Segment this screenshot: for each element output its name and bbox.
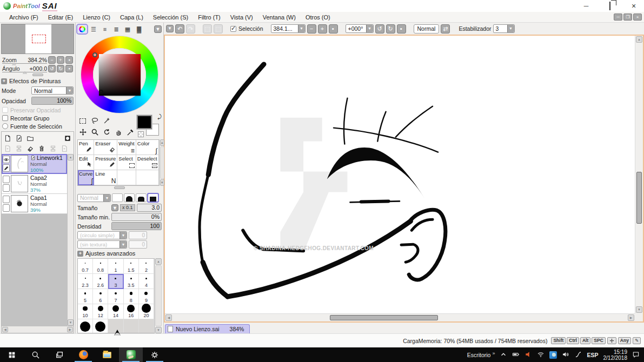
- new-folder-button[interactable]: [25, 133, 35, 143]
- navigator-preview[interactable]: [1, 24, 74, 54]
- tool-grid-scrollbar[interactable]: ▲ ▼: [160, 139, 164, 186]
- zoom-out-button[interactable]: −: [307, 24, 316, 33]
- file-explorer-button[interactable]: [95, 347, 119, 362]
- tool-deselect[interactable]: Deselect: [136, 155, 159, 170]
- navigator-collapse-handle[interactable]: [1, 73, 74, 77]
- wifi-tray-icon[interactable]: [537, 351, 545, 359]
- brush-size-2.3[interactable]: 2.3: [78, 274, 93, 289]
- clock[interactable]: 15:19 2/12/2018: [603, 349, 628, 361]
- menu-item-editar[interactable]: Editar (E): [43, 14, 78, 21]
- scroll-down-icon[interactable]: ▼: [160, 179, 164, 186]
- brush-size-3.5[interactable]: 3.5: [124, 274, 139, 289]
- menu-item-filtro[interactable]: Filtro (T): [193, 14, 225, 21]
- stabilizer-field[interactable]: 3▼: [493, 24, 515, 33]
- scratchpad-tab[interactable]: ▓: [134, 25, 144, 33]
- swatches-tab[interactable]: ▦: [123, 25, 132, 33]
- scroll-left-icon[interactable]: ◀: [2, 327, 8, 332]
- scroll-up-icon[interactable]: ▲: [636, 36, 642, 43]
- brush-edge-hard-button[interactable]: [112, 193, 123, 202]
- menu-item-otros[interactable]: Otros (O): [301, 14, 335, 21]
- brush-size-2.6[interactable]: 2.6: [93, 274, 108, 289]
- selection-checkbox[interactable]: [230, 26, 236, 32]
- brush-size-5[interactable]: 5: [78, 289, 93, 304]
- rotate-tool[interactable]: [101, 127, 112, 137]
- brush-size-7[interactable]: 7: [108, 289, 123, 304]
- layer-visible-checkbox[interactable]: [3, 176, 10, 183]
- flip-horizontal-button[interactable]: ⇄: [441, 24, 450, 33]
- brush-size-large[interactable]: [78, 319, 93, 333]
- rotate-reset-button[interactable]: ▪: [65, 65, 73, 72]
- pen-tray-icon[interactable]: [574, 351, 582, 359]
- scroll-right-icon[interactable]: ▶: [628, 314, 634, 321]
- brush-size-2[interactable]: 2: [139, 259, 154, 274]
- tool-eraser[interactable]: Eraser: [94, 140, 117, 155]
- firefox-taskbar-button[interactable]: [71, 347, 95, 362]
- lasso-tool[interactable]: [89, 116, 100, 126]
- zoom-tool[interactable]: [89, 127, 100, 137]
- layer-visible-checkbox[interactable]: [3, 196, 10, 203]
- volume-tray-icon[interactable]: [562, 351, 569, 359]
- brush-size-14[interactable]: 14: [108, 304, 123, 319]
- desktop-toolbar[interactable]: Escritorio »: [467, 352, 495, 358]
- vscroll-thumb[interactable]: [636, 172, 642, 224]
- layer-paint-target-checkbox[interactable]: [3, 184, 10, 192]
- tool-pen[interactable]: Pen: [78, 140, 94, 155]
- color-wheel[interactable]: [81, 36, 158, 113]
- layer-row-capa2[interactable]: Capa2Normal37%: [2, 174, 67, 194]
- hand-tool[interactable]: [113, 127, 124, 137]
- canvas-vscrollbar[interactable]: ▲ ▼: [635, 36, 643, 313]
- view-normal-button[interactable]: Normal: [414, 24, 440, 33]
- rgb-sliders-tab[interactable]: ☰: [89, 25, 98, 33]
- layer-thumbnail[interactable]: [11, 155, 28, 172]
- brush-size-1.5[interactable]: 1.5: [124, 259, 139, 274]
- brush-size-0.7[interactable]: 0.7: [78, 259, 93, 274]
- undo-button[interactable]: ↶: [175, 24, 184, 33]
- show-hidden-icons-button[interactable]: [500, 351, 507, 359]
- zoom-in-button[interactable]: +: [57, 56, 64, 64]
- min-size-slider[interactable]: 0%: [111, 213, 162, 221]
- tool-color[interactable]: Color∫: [136, 140, 159, 155]
- document-close-button[interactable]: ×: [633, 14, 642, 21]
- zoom-reset-button[interactable]: ▪: [65, 56, 73, 64]
- layer-mask-button[interactable]: [63, 133, 72, 143]
- battery-tray-icon[interactable]: [512, 351, 520, 359]
- layer-thumbnail[interactable]: [11, 175, 28, 192]
- brush-size-4[interactable]: 4: [139, 274, 154, 289]
- canvas-viewport[interactable]: © SHADINA-HEDGEHOG.DEVIANTART.COM: [165, 36, 635, 313]
- layer-row-capa1[interactable]: Capa1Normal39%: [2, 194, 67, 214]
- document-tab[interactable]: Nuevo Lienzo.sai 384%: [165, 324, 250, 333]
- magic-wand-tool[interactable]: [101, 116, 112, 126]
- brush-size-16[interactable]: 16: [124, 304, 139, 319]
- layer-list-vscrollbar[interactable]: ▲ ▼: [67, 154, 74, 326]
- canvas-angle-field[interactable]: +000°▼: [346, 24, 374, 33]
- saturation-value-square[interactable]: [99, 54, 141, 96]
- window-close-button[interactable]: ×: [629, 2, 639, 10]
- action-center-button[interactable]: [632, 351, 640, 359]
- navigator-viewport-rect[interactable]: [32, 35, 46, 43]
- rotate-cw-button[interactable]: ↻: [57, 65, 64, 72]
- chevron-down-icon[interactable]: ▼: [366, 25, 373, 32]
- brush-size-20[interactable]: 20: [139, 304, 154, 319]
- rotate-ccw-button[interactable]: ↺: [48, 65, 56, 72]
- painttool-sai-taskbar-button[interactable]: [119, 347, 143, 362]
- move-tool[interactable]: [77, 127, 88, 137]
- brush-size-9[interactable]: 9: [139, 289, 154, 304]
- scroll-right-icon[interactable]: ▶: [67, 327, 73, 332]
- window-minimize-button[interactable]: ─: [581, 2, 591, 10]
- expand-effects-icon[interactable]: +: [1, 78, 7, 84]
- zoom-in-button[interactable]: +: [318, 24, 327, 33]
- size-unit-dropdown[interactable]: ▼: [111, 204, 118, 211]
- layer-mode-select[interactable]: Normal▼: [31, 86, 74, 95]
- network-app-tray-icon[interactable]: [549, 351, 557, 359]
- brush-edge-soft-button[interactable]: [124, 193, 135, 202]
- scroll-left-icon[interactable]: ◀: [165, 314, 172, 321]
- window-restore-button[interactable]: [605, 2, 615, 10]
- new-linework-layer-button[interactable]: [14, 133, 24, 143]
- scroll-down-icon[interactable]: ▼: [155, 327, 162, 333]
- scroll-down-icon[interactable]: ▼: [636, 306, 642, 313]
- zoom-reset-button[interactable]: ▪: [329, 24, 338, 33]
- panel-options-dropdown[interactable]: ▼: [154, 25, 162, 33]
- menu-item-capa[interactable]: Capa (L): [115, 14, 148, 21]
- marquee-tool[interactable]: [77, 116, 88, 126]
- tool-select[interactable]: Select: [117, 155, 136, 170]
